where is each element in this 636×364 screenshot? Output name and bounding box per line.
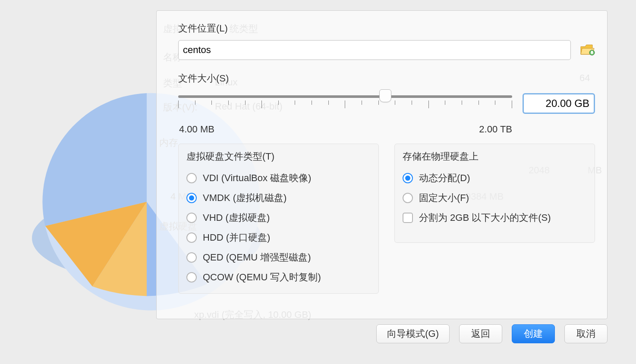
- create-disk-dialog: 文件位置(L) 文件大小(S): [156, 10, 608, 319]
- disk-file-type-group: 虚拟硬盘文件类型(T) VDI (VirtualBox 磁盘映像)VMDK (虚…: [178, 144, 379, 294]
- slider-thumb[interactable]: [379, 89, 391, 102]
- cancel-button[interactable]: 取消: [564, 324, 608, 343]
- folder-open-icon: [579, 42, 595, 58]
- disk-type-label: QED (QEMU 增强型磁盘): [203, 251, 311, 264]
- file-location-input[interactable]: [178, 40, 571, 60]
- radio-icon: [186, 193, 197, 203]
- storage-mode-label: 动态分配(D): [419, 172, 470, 185]
- file-size-label: 文件大小(S): [178, 72, 595, 85]
- disk-type-label: HDD (并口硬盘): [203, 231, 270, 244]
- storage-mode-radio-1[interactable]: 固定大小(F): [403, 188, 587, 208]
- disk-type-radio-4[interactable]: QED (QEMU 增强型磁盘): [186, 248, 371, 267]
- disk-type-radio-5[interactable]: QCOW (QEMU 写入时复制): [186, 267, 371, 287]
- radio-icon: [186, 173, 197, 183]
- storage-mode-label: 固定大小(F): [419, 191, 469, 204]
- create-button[interactable]: 创建: [512, 324, 555, 343]
- radio-icon: [403, 173, 413, 183]
- disk-type-label: VHD (虚拟硬盘): [203, 211, 270, 224]
- slider-max-label: 2.00 TB: [479, 124, 512, 135]
- disk-type-radio-1[interactable]: VMDK (虚拟机磁盘): [186, 188, 371, 208]
- slider-min-label: 4.00 MB: [179, 124, 214, 135]
- radio-icon: [403, 193, 413, 203]
- storage-physical-group: 存储在物理硬盘上 动态分配(D)固定大小(F) 分割为 2GB 以下大小的文件(…: [394, 144, 595, 243]
- wizard-mode-button[interactable]: 向导模式(G): [376, 324, 450, 343]
- disk-type-label: VMDK (虚拟机磁盘): [203, 191, 287, 204]
- radio-icon: [186, 232, 197, 243]
- storage-group-label: 存储在物理硬盘上: [395, 146, 595, 168]
- dialog-button-bar: 向导模式(G) 返回 创建 取消: [156, 324, 620, 343]
- disk-type-radio-3[interactable]: HDD (并口硬盘): [186, 228, 371, 248]
- browse-folder-button[interactable]: [579, 42, 595, 58]
- file-location-label: 文件位置(L): [178, 22, 595, 35]
- disk-type-radio-2[interactable]: VHD (虚拟硬盘): [186, 208, 371, 228]
- disk-type-label: VDI (VirtualBox 磁盘映像): [203, 172, 311, 185]
- radio-icon: [186, 213, 197, 223]
- split-2gb-label: 分割为 2GB 以下大小的文件(S): [419, 211, 551, 224]
- storage-mode-radio-0[interactable]: 动态分配(D): [403, 168, 587, 188]
- file-size-slider[interactable]: [178, 93, 512, 114]
- file-size-input[interactable]: [523, 93, 595, 114]
- disk-file-type-label: 虚拟硬盘文件类型(T): [179, 146, 378, 168]
- disk-type-radio-0[interactable]: VDI (VirtualBox 磁盘映像): [186, 168, 371, 188]
- split-2gb-checkbox[interactable]: 分割为 2GB 以下大小的文件(S): [403, 208, 587, 228]
- radio-icon: [186, 252, 197, 263]
- checkbox-icon: [403, 213, 413, 223]
- back-button[interactable]: 返回: [459, 324, 502, 343]
- disk-type-label: QCOW (QEMU 写入时复制): [203, 271, 321, 284]
- radio-icon: [186, 272, 197, 282]
